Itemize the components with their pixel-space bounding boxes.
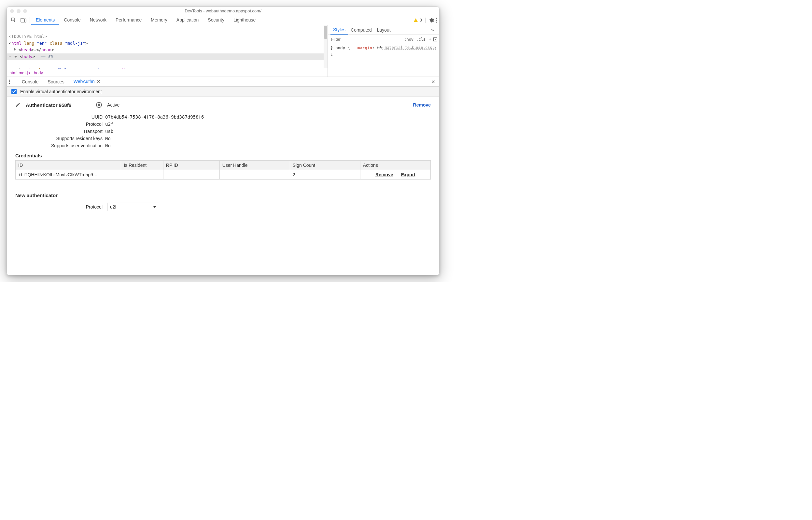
svg-point-4 [436, 20, 437, 21]
active-radio[interactable] [96, 102, 102, 108]
inspect-icon[interactable] [9, 18, 19, 23]
tab-security[interactable]: Security [203, 15, 229, 25]
styles-filter-input[interactable] [330, 36, 403, 42]
credential-export-link[interactable]: Export [401, 172, 415, 177]
resident-label: Supports resident keys [15, 136, 103, 141]
device-toolbar-icon[interactable] [19, 18, 28, 23]
minimize-dot[interactable] [17, 9, 21, 13]
more-icon[interactable] [436, 18, 437, 23]
drawer-more-icon[interactable] [9, 79, 17, 84]
tab-console[interactable]: Console [59, 15, 85, 25]
dom-scrollbar[interactable] [324, 25, 328, 68]
cell-rpid [163, 170, 219, 180]
traffic-lights [10, 9, 27, 13]
cls-button[interactable]: .cls [415, 37, 427, 42]
expand-icon[interactable] [14, 48, 16, 51]
window-title: DevTools - webauthndemo.appspot.com/ [10, 8, 436, 14]
cell-signcount: 2 [290, 170, 360, 180]
hov-button[interactable]: :hov [403, 37, 415, 42]
styles-source-link[interactable]: material.te…k.min.css:8 [385, 45, 437, 51]
main-toolbar: Elements Console Network Performance Mem… [7, 15, 439, 25]
new-protocol-value: u2f [110, 204, 116, 209]
dom-tree[interactable]: <!DOCTYPE html> <html lang="en" class="m… [7, 25, 328, 69]
styles-tab-layout[interactable]: Layout [374, 26, 393, 34]
credential-remove-link[interactable]: Remove [375, 172, 393, 177]
cell-actions: Remove Export [360, 170, 430, 180]
dom-tree-panel: <!DOCTYPE html> <html lang="en" class="m… [7, 25, 328, 77]
resident-value: No [105, 136, 431, 141]
settings-icon[interactable] [429, 18, 434, 23]
transport-label: Transport [15, 129, 103, 134]
col-id[interactable]: ID [16, 161, 121, 170]
enable-virtual-env-row: Enable virtual authenticator environment [7, 87, 439, 97]
dom-body-row[interactable]: ⋯ <body> == $0 [7, 53, 326, 60]
edit-icon[interactable] [15, 102, 21, 107]
tab-lighthouse[interactable]: Lighthouse [229, 15, 260, 25]
warning-icon[interactable] [414, 18, 418, 22]
col-resident[interactable]: Is Resident [121, 161, 163, 170]
new-rule-button[interactable]: ＋ [427, 36, 433, 42]
breadcrumb-body[interactable]: body [34, 70, 43, 75]
col-userhandle[interactable]: User Handle [219, 161, 290, 170]
drawer-close-icon[interactable]: ✕ [429, 78, 437, 86]
zoom-dot[interactable] [23, 9, 27, 13]
tab-elements[interactable]: Elements [31, 15, 59, 25]
cell-resident [121, 170, 163, 180]
box-model-icon[interactable] [433, 37, 437, 42]
authenticator-section: Authenticator 958f6 Active Remove UUID07… [7, 97, 439, 213]
protocol-value: u2f [105, 122, 431, 127]
styles-rules[interactable]: } body { material.te…k.min.css:8 margin:… [328, 44, 439, 77]
uuid-value: 07b4db54-7538-4f78-8a36-9bd387d958f6 [105, 114, 431, 120]
col-rpid[interactable]: RP ID [163, 161, 219, 170]
styles-tab-styles[interactable]: Styles [331, 25, 348, 34]
svg-point-8 [9, 83, 10, 84]
drawer-tab-webauthn[interactable]: WebAuthn✕ [69, 77, 105, 86]
remove-authenticator-link[interactable]: Remove [413, 102, 431, 107]
transport-value: usb [105, 129, 431, 134]
dom-html-open[interactable]: <html lang="en" class="mdl-js"> [9, 41, 88, 46]
svg-point-5 [436, 22, 437, 23]
close-dot[interactable] [10, 9, 14, 13]
svg-point-6 [9, 79, 10, 80]
new-protocol-select[interactable]: u2f [107, 203, 159, 211]
svg-point-3 [436, 18, 437, 19]
new-authenticator-protocol-row: Protocol u2f [15, 203, 431, 211]
tab-network[interactable]: Network [85, 15, 111, 25]
enable-virtual-env-checkbox[interactable] [11, 89, 17, 94]
dom-head-row[interactable]: <head>…</head> [14, 47, 54, 52]
cell-id: +bfTQHHRzKOfhilMnvIvCIkWTm5p9… [16, 170, 121, 180]
styles-more-icon[interactable]: » [428, 25, 437, 34]
window-titlebar: DevTools - webauthndemo.appspot.com/ [7, 7, 439, 15]
uuid-label: UUID [15, 114, 103, 120]
col-actions[interactable]: Actions [360, 161, 430, 170]
expand-icon[interactable] [19, 68, 21, 69]
credentials-table: ID Is Resident RP ID User Handle Sign Co… [15, 160, 431, 180]
tab-memory[interactable]: Memory [146, 15, 172, 25]
svg-rect-1 [21, 18, 24, 22]
warning-count[interactable]: 3 [420, 18, 422, 23]
tab-performance[interactable]: Performance [111, 15, 146, 25]
credentials-heading: Credentials [15, 153, 431, 158]
table-row: +bfTQHHRzKOfhilMnvIvCIkWTm5p9… 2 Remove … [16, 170, 431, 180]
cell-userhandle [219, 170, 290, 180]
dom-breadcrumb: html.mdl-js body [7, 69, 328, 77]
drawer-tabs: Console Sources WebAuthn✕ ✕ [7, 77, 439, 87]
styles-toolbar: :hov .cls ＋ [328, 35, 439, 44]
styles-tab-computed[interactable]: Computed [348, 26, 374, 34]
tab-application[interactable]: Application [172, 15, 203, 25]
enable-virtual-env-label: Enable virtual authenticator environment [20, 89, 102, 94]
breadcrumb-html[interactable]: html.mdl-js [9, 70, 30, 75]
css-prop[interactable]: margin [358, 45, 372, 50]
webauthn-pane: Enable virtual authenticator environment… [7, 87, 439, 275]
styles-panel: Styles Computed Layout » :hov .cls ＋ } b… [328, 25, 439, 77]
chevron-down-icon [153, 206, 156, 208]
drawer-tab-console[interactable]: Console [17, 78, 43, 86]
userver-value: No [105, 143, 431, 148]
dom-div-row[interactable]: <div class="mdl-layout__container">…</di… [19, 68, 131, 69]
authenticator-title: Authenticator 958f6 [26, 102, 71, 108]
col-signcount[interactable]: Sign Count [290, 161, 360, 170]
close-tab-icon[interactable]: ✕ [97, 79, 101, 84]
expand-shorthand-icon[interactable] [377, 46, 379, 49]
collapse-icon[interactable] [14, 56, 17, 58]
drawer-tab-sources[interactable]: Sources [43, 78, 69, 86]
